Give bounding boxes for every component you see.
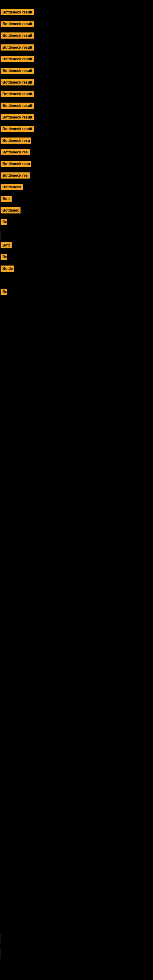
- bottleneck-badge[interactable]: Bo: [1, 289, 7, 295]
- bottleneck-badge-wrapper: Bo: [1, 289, 7, 296]
- bottleneck-badge-wrapper: Bo: [1, 254, 7, 261]
- bottleneck-badge-wrapper: Bottleneck result: [1, 68, 34, 75]
- bottleneck-badge[interactable]: Bottleneck result: [1, 114, 34, 120]
- bottleneck-badge[interactable]: Bottlenec: [1, 207, 21, 213]
- bottleneck-badge-wrapper: Bottlenec: [1, 207, 21, 215]
- bottleneck-badge[interactable]: Bott: [1, 242, 12, 248]
- bottleneck-badge[interactable]: Bottleneck result: [1, 9, 34, 15]
- bottleneck-badge[interactable]: Bo: [1, 254, 7, 260]
- bottleneck-badge[interactable]: Bottleneck res: [1, 172, 30, 178]
- bottleneck-badge[interactable]: Bott: [1, 196, 12, 202]
- bottleneck-badge[interactable]: Bottleneck result: [1, 32, 34, 38]
- site-title: [0, 0, 153, 5]
- bottleneck-badge[interactable]: Bottleneck result: [1, 21, 34, 27]
- bottleneck-badge-wrapper: Bott: [1, 242, 12, 250]
- bottleneck-badge-wrapper: Bottleneck result: [1, 114, 34, 122]
- bottleneck-badge[interactable]: Bottleneck res: [1, 149, 30, 155]
- bottleneck-badge[interactable]: Bottleneck resu: [1, 137, 31, 144]
- bottleneck-badge[interactable]: Bottleneck result: [1, 79, 34, 86]
- bottleneck-badge-wrapper: Bottleneck resu: [1, 161, 31, 168]
- bottleneck-badge[interactable]: Bottleneck result: [1, 68, 34, 74]
- bottleneck-badge-wrapper: Bottleneck res: [1, 149, 30, 156]
- bottleneck-badge[interactable]: Bottleneck result: [1, 91, 34, 97]
- bottleneck-badge-wrapper: Bo: [1, 219, 7, 226]
- vertical-line: [1, 950, 1, 959]
- bottleneck-badge[interactable]: Bottleneck resu: [1, 161, 31, 167]
- bottleneck-badge-wrapper: Bottleneck result: [1, 21, 34, 28]
- vertical-line: [1, 231, 1, 240]
- bottleneck-badge-wrapper: Bottleneck result: [1, 56, 34, 64]
- vertical-line: [1, 934, 1, 943]
- bottleneck-badge[interactable]: Bottleneck: [1, 184, 22, 190]
- bottleneck-badge-wrapper: Bottleneck resu: [1, 137, 31, 145]
- bottleneck-badge[interactable]: Bottleneck result: [1, 103, 34, 109]
- bottleneck-badge-wrapper: Bottleneck result: [1, 9, 34, 16]
- bottleneck-badge[interactable]: Bo: [1, 219, 7, 225]
- bottleneck-badge[interactable]: Bottleneck result: [1, 56, 34, 62]
- bottleneck-badge-wrapper: Bottleneck result: [1, 79, 34, 87]
- bottleneck-badge[interactable]: Bottle: [1, 266, 14, 272]
- page-container: Bottleneck resultBottleneck resultBottle…: [0, 0, 153, 980]
- bottleneck-badge-wrapper: Bottleneck result: [1, 45, 34, 52]
- bottleneck-badge-wrapper: Bottleneck result: [1, 126, 34, 133]
- bottleneck-badge-wrapper: Bottleneck: [1, 184, 22, 191]
- bottleneck-badge[interactable]: Bottleneck result: [1, 45, 34, 51]
- bottleneck-badge-wrapper: Bottleneck result: [1, 32, 34, 40]
- bottleneck-badge-wrapper: Bottleneck result: [1, 91, 34, 98]
- bottleneck-badge[interactable]: Bottleneck result: [1, 126, 34, 132]
- bottleneck-badge-wrapper: Bottleneck res: [1, 172, 30, 180]
- bottleneck-badge-wrapper: Bottleneck result: [1, 103, 34, 110]
- bottleneck-badge-wrapper: Bott: [1, 196, 12, 203]
- bottleneck-badge-wrapper: Bottle: [1, 266, 14, 273]
